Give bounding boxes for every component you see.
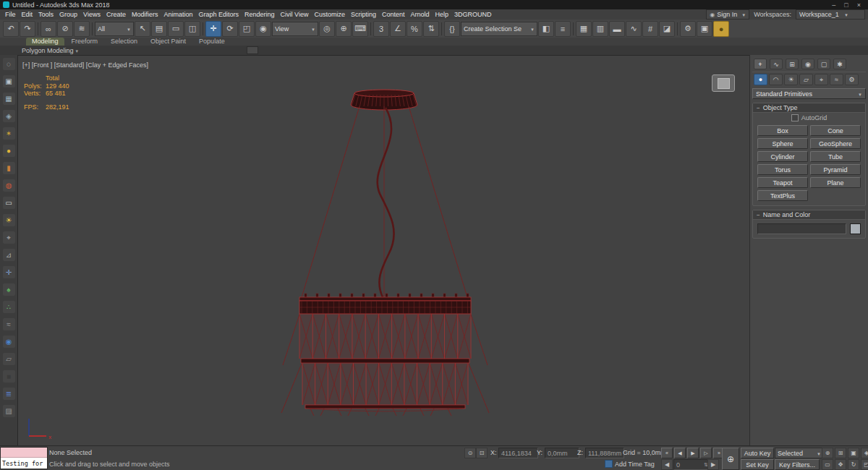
select-and-place-icon[interactable]: ◉: [255, 21, 271, 37]
menu-3dground[interactable]: 3DGROUND: [451, 11, 495, 18]
object-type-rollout-header[interactable]: Object Type: [753, 103, 865, 113]
isolate-selection-icon[interactable]: ⊙: [464, 448, 476, 458]
hierarchy-tab-icon[interactable]: ⊞: [786, 59, 799, 69]
menu-edit[interactable]: Edit: [19, 11, 36, 18]
menu-arnold[interactable]: Arnold: [407, 11, 432, 18]
ribbon-tab-object-paint[interactable]: Object Paint: [145, 38, 192, 46]
minimize-button[interactable]: –: [832, 1, 835, 9]
motion-tab-icon[interactable]: ◉: [801, 59, 814, 69]
tool-globe-icon[interactable]: ◉: [3, 336, 15, 348]
display-tab-icon[interactable]: ▢: [817, 59, 830, 69]
tool-tree-icon[interactable]: ♠: [3, 283, 15, 296]
key-selection-dropdown[interactable]: Selected: [775, 448, 824, 458]
select-and-scale-icon[interactable]: ◰: [239, 21, 255, 37]
angle-snap-icon[interactable]: ∠: [390, 21, 406, 37]
category-systems-icon[interactable]: ⚙: [845, 74, 859, 85]
ribbon-tab-populate[interactable]: Populate: [193, 38, 231, 46]
x-coordinate-field[interactable]: 4116,1834: [498, 448, 538, 458]
zoom-region-icon[interactable]: ▭: [822, 459, 833, 470]
primitive-geosphere-button[interactable]: GeoSphere: [810, 138, 861, 149]
menu-help[interactable]: Help: [432, 11, 451, 18]
zoom-extents-icon[interactable]: ▣: [848, 448, 859, 458]
pan-icon[interactable]: ✥: [835, 459, 846, 470]
primitive-box-button[interactable]: Box: [757, 125, 808, 136]
maxscript-mini-listener[interactable]: Testing for ↓: [0, 447, 48, 469]
object-color-swatch[interactable]: [850, 223, 861, 234]
snap-toggle-3d-icon[interactable]: 3: [373, 21, 389, 37]
primitive-cone-button[interactable]: Cone: [810, 125, 861, 136]
schematic-view-icon[interactable]: #: [642, 21, 658, 37]
autogrid-checkbox[interactable]: [791, 114, 799, 121]
select-and-move-icon[interactable]: ✛: [205, 21, 221, 37]
tool-sphere-icon[interactable]: ●: [3, 145, 15, 157]
zoom-extents-all-icon[interactable]: ◈: [861, 448, 868, 458]
category-helpers-icon[interactable]: ⌖: [814, 74, 828, 85]
zoom-all-icon[interactable]: ⊞: [835, 448, 846, 458]
category-lights-icon[interactable]: ☀: [784, 74, 798, 85]
category-shapes-icon[interactable]: ◠: [769, 74, 783, 85]
tool-biped-icon[interactable]: ✛: [3, 266, 15, 278]
unlink-selection-icon[interactable]: ⊘: [57, 21, 73, 37]
key-filters-button[interactable]: Key Filters...: [775, 459, 820, 470]
category-cameras-icon[interactable]: ▱: [799, 74, 813, 85]
previous-key-icon[interactable]: ◀: [661, 459, 673, 470]
menu-views[interactable]: Views: [80, 11, 103, 18]
macro-recorder-line[interactable]: [1, 448, 47, 458]
primitive-sphere-button[interactable]: Sphere: [757, 138, 808, 149]
category-geometry-icon[interactable]: ●: [754, 74, 767, 85]
viewcube[interactable]: [712, 74, 735, 92]
scene-explorer-toggle-icon[interactable]: ▦: [576, 21, 592, 37]
menu-modifiers[interactable]: Modifiers: [129, 11, 161, 18]
primitive-torus-button[interactable]: Torus: [757, 164, 808, 175]
tool-dark-icon[interactable]: ■: [3, 370, 15, 383]
material-editor-icon[interactable]: ◪: [659, 21, 675, 37]
window-crossing-icon[interactable]: ◫: [184, 21, 200, 37]
mirror-icon[interactable]: ◧: [538, 21, 554, 37]
tool-target-icon[interactable]: ⌖: [3, 231, 15, 244]
primitive-teapot-button[interactable]: Teapot: [757, 177, 808, 188]
primitive-cylinder-button[interactable]: Cylinder: [757, 151, 808, 162]
tool-box-icon[interactable]: ▭: [3, 197, 15, 209]
current-frame-field[interactable]: 0 ⇅: [673, 459, 711, 470]
ribbon-toggle-icon[interactable]: ▬: [609, 21, 625, 37]
ribbon-config-icon[interactable]: [247, 46, 258, 54]
go-to-start-icon[interactable]: «: [661, 448, 673, 458]
selection-filter-dropdown[interactable]: All: [95, 22, 134, 36]
maximize-viewport-icon[interactable]: ◰: [861, 459, 868, 470]
tool-wind-icon[interactable]: ≈: [3, 318, 15, 330]
set-key-button[interactable]: Set Key: [741, 459, 774, 470]
tool-mesh-icon[interactable]: ◈: [3, 110, 15, 122]
name-color-rollout-header[interactable]: Name and Color: [753, 210, 865, 220]
named-selection-sets-icon[interactable]: {}: [444, 21, 460, 37]
tool-snapshot-icon[interactable]: ▣: [3, 75, 15, 87]
maximize-button[interactable]: □: [844, 1, 848, 9]
tool-select-circle-icon[interactable]: ◌: [3, 58, 15, 70]
primitive-textplus-button[interactable]: TextPlus: [757, 190, 808, 201]
listener-line[interactable]: Testing for ↓: [1, 458, 47, 469]
object-name-input[interactable]: [757, 223, 846, 234]
zoom-icon[interactable]: ⊕: [822, 448, 833, 458]
menu-graph-editors[interactable]: Graph Editors: [195, 11, 242, 18]
z-coordinate-field[interactable]: 111,888mm: [585, 448, 624, 458]
polygon-modeling-panel[interactable]: Polygon Modeling: [22, 47, 74, 54]
render-production-icon[interactable]: ●: [713, 21, 729, 37]
y-coordinate-field[interactable]: 0,0mm: [545, 448, 579, 458]
orbit-icon[interactable]: ↻: [848, 459, 859, 470]
viewcube-face[interactable]: [718, 78, 730, 89]
next-key-icon[interactable]: ▶: [707, 459, 719, 470]
tool-grid-icon[interactable]: ▦: [3, 93, 15, 105]
viewport-front[interactable]: [+] [Front ] [Standard] [Clay + Edged Fa…: [17, 55, 756, 446]
create-tab-icon[interactable]: +: [754, 59, 767, 69]
set-keys-button[interactable]: ⊕: [722, 448, 739, 470]
spinner-snap-icon[interactable]: ⇅: [423, 21, 439, 37]
redo-icon[interactable]: ↷: [20, 21, 35, 37]
select-object-icon[interactable]: ↖: [135, 21, 150, 37]
tool-gray-icon[interactable]: ▨: [3, 405, 15, 417]
tool-spray-icon[interactable]: ✶: [3, 127, 15, 140]
menu-file[interactable]: File: [2, 11, 19, 18]
bind-to-space-warp-icon[interactable]: ≋: [74, 21, 90, 37]
named-selection-set-dropdown[interactable]: Create Selection Se: [461, 22, 537, 36]
ribbon-tab-modeling[interactable]: Modeling: [26, 38, 64, 46]
align-icon[interactable]: ≡: [555, 21, 571, 37]
layer-explorer-toggle-icon[interactable]: ▥: [592, 21, 608, 37]
